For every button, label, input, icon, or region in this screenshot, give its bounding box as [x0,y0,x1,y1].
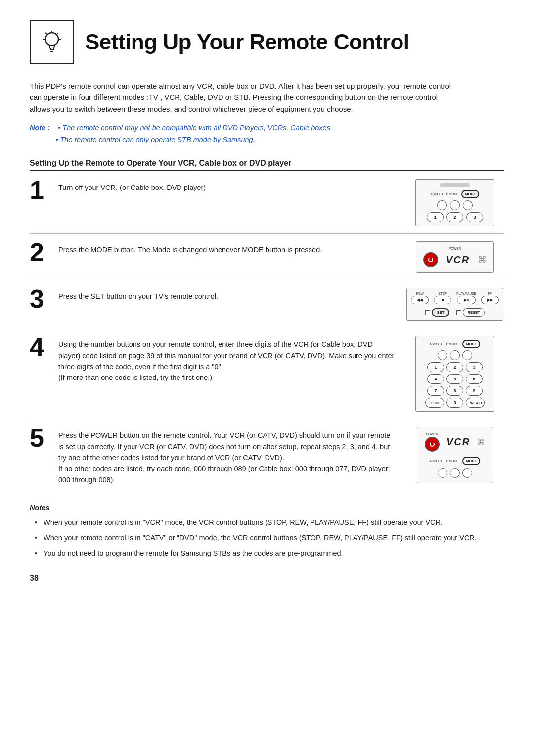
diag4-mode-btn: MODE [462,340,480,348]
diag5-round-1 [438,468,447,478]
step-2-image: POWER VCR ⌘ [405,241,504,273]
step-5-number: 5 [30,425,58,451]
diag5-round-3 [462,468,472,478]
diag3-reset-btn: RESET [463,308,485,317]
svg-line-6 [45,33,47,34]
header-icon [38,28,66,56]
diag5-signal-icon: ⌘ [477,437,485,447]
step-1-image: ASPECT P.MODE MODE 1 2 3 [405,179,504,226]
diag4-num-100: +100 [425,398,444,408]
diag4-num-4: 4 [427,374,444,384]
diag3-rew-btn: ◀◀ [411,296,429,304]
diag5-vcr-text: VCR [446,436,470,448]
step-3-text: Press the SET button on your TV's remote… [58,288,400,302]
header-icon-box [30,20,74,64]
diag2-power-label: POWER [449,247,461,250]
diag1-btn-round-1 [437,200,447,210]
step-5-text: Press the POWER button on the remote con… [58,427,400,485]
diag5-round-2 [450,468,460,478]
notes-bottom-title: Notes [30,502,504,514]
notes-bottom-list: When your remote control is in "VCR" mod… [30,517,504,560]
diag3-set-btn: SET [432,308,449,317]
diag3-ff-btn: ▶▶ [481,296,499,304]
step-5-image: POWER VCR ⌘ ASPECT P.MODE MODE [405,427,504,483]
step-3: 3 Press the SET button on your TV's remo… [30,280,504,328]
step-2-text: Press the MODE button. The Mode is chang… [58,241,400,255]
step-4-image: ASPECT P.MODE MODE 1 2 3 4 5 6 [405,336,504,412]
step-3-image: REW ◀◀ STOP ■ PLAY/PAUSE ▶II FF ▶▶ [405,288,504,321]
diag2-vcr-text: VCR [446,254,470,266]
diag1-mode-btn: MODE [461,190,479,198]
diag3-stop-btn: ■ [434,296,451,304]
page-title: Setting Up Your Remote Control [85,30,409,54]
diag1-btn-round-3 [463,200,473,210]
step-5: 5 Press the POWER button on the remote c… [30,419,504,492]
diag1-num-1: 1 [427,212,444,222]
step-1-number: 1 [30,177,58,203]
steps-container: 1 Turn off your VCR. (or Cable box, DVD … [30,171,504,492]
diag1-pmode-label: P.MODE [446,192,459,196]
notes-bottom: Notes When your remote control is in "VC… [30,502,504,559]
diag4-num-1: 1 [427,362,444,372]
svg-point-0 [45,33,58,46]
diag5-power-label: POWER [426,432,439,436]
step-2: 2 Press the MODE button. The Mode is cha… [30,233,504,280]
step-4-text: Using the number buttons on your remote … [58,336,400,383]
svg-line-4 [57,33,58,34]
diag3-playpause-btn: ▶II [457,296,476,304]
diag4-num-0: 0 [446,398,463,408]
diagram-1: ASPECT P.MODE MODE 1 2 3 [415,179,494,226]
diag3-ff-label: FF [488,292,492,295]
note-bullet-1: The remote control may not be compatible… [62,124,332,132]
diag3-stop-label: STOP [438,292,447,295]
step-1-text: Turn off your VCR. (or Cable box, DVD pl… [58,179,400,193]
diag2-wifi-icon: ⌘ [478,254,487,265]
intro-text: This PDP's remote control can operate al… [30,80,455,115]
page-number: 38 [30,574,504,583]
note-label: Note : [30,124,50,132]
diag1-num-2: 2 [446,212,463,222]
diagram-3: REW ◀◀ STOP ■ PLAY/PAUSE ▶II FF ▶▶ [406,288,503,321]
diag4-num-8: 8 [446,386,463,396]
diag4-num-9: 9 [466,386,483,396]
note-bullet-2: The remote control can only operate STB … [60,136,255,143]
diagram-2: POWER VCR ⌘ [416,241,494,273]
page-header: Setting Up Your Remote Control [30,20,504,64]
diag1-num-3: 3 [466,212,483,222]
step-4: 4 Using the number buttons on your remot… [30,328,504,419]
diag4-round-1 [438,350,447,360]
diag5-mode-btn: MODE [462,457,480,465]
note-block: Note : • The remote control may not be c… [30,122,504,146]
diag5-power-btn [425,437,440,452]
diag1-aspect-label: ASPECT [431,192,444,196]
diag4-num-6: 6 [466,374,483,384]
note-bullet-icon-2: • [55,136,58,143]
note-item-2: When your remote control is in "CATV" or… [35,532,504,544]
diag4-num-2: 2 [446,362,463,372]
diag3-playpause-label: PLAY/PAUSE [456,292,476,295]
diag4-prech: PRE-CH [466,398,485,408]
diag1-btn-round-2 [450,200,460,210]
diag4-num-7: 7 [427,386,444,396]
section-title: Setting Up the Remote to Operate Your VC… [30,159,504,171]
note-item-1: When your remote control is in "VCR" mod… [35,517,504,528]
step-2-number: 2 [30,239,58,265]
diag4-round-3 [462,350,472,360]
step-1: 1 Turn off your VCR. (or Cable box, DVD … [30,171,504,233]
step-4-number: 4 [30,334,58,360]
diagram-4: ASPECT P.MODE MODE 1 2 3 4 5 6 [415,336,494,412]
diag3-rew-label: REW [416,292,424,295]
note-bullet-icon-1: • [58,124,60,132]
diag4-round-2 [450,350,460,360]
diag4-num-5: 5 [446,374,463,384]
diag3-reset-circle [456,310,461,315]
note-item-3: You do not need to program the remote fo… [35,548,504,559]
diag3-set-circle [425,310,430,315]
diag2-power-btn [423,252,438,267]
step-3-number: 3 [30,286,58,312]
diagram-5: POWER VCR ⌘ ASPECT P.MODE MODE [417,427,493,483]
diag4-num-3: 3 [466,362,483,372]
